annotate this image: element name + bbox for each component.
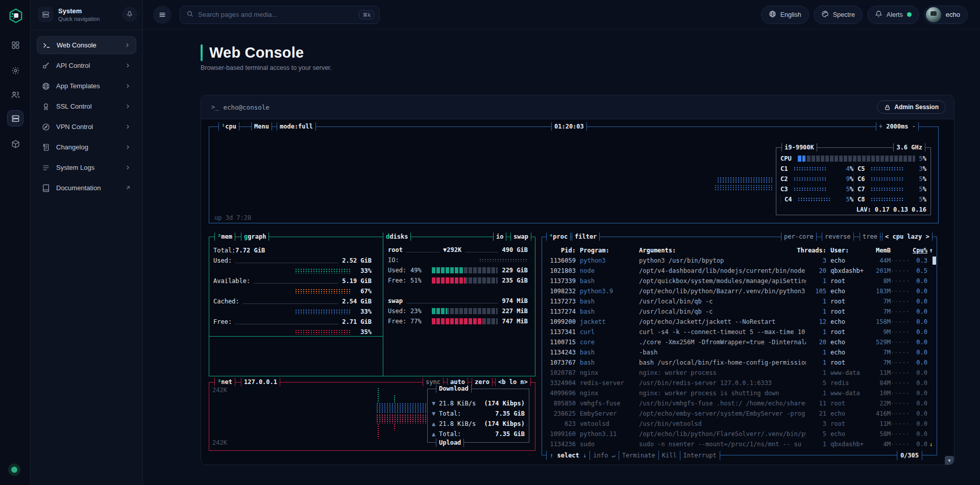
proc-column-headers: Pid: Program: Arguments: Threads: User: … — [546, 245, 935, 256]
certificate-icon — [42, 103, 51, 111]
proc-reverse-toggle[interactable]: reverse — [822, 233, 854, 241]
proc-percore-toggle[interactable]: per-core — [781, 233, 817, 241]
pin-sidebar-button[interactable] — [122, 7, 137, 22]
mem-row: Used: 2.52 GiB — [213, 256, 372, 266]
sidebar-item-api-control[interactable]: API Control — [37, 57, 136, 74]
net-interface-switch[interactable]: <b lo n> — [495, 378, 531, 386]
page-title: Web Console — [209, 44, 304, 61]
process-row[interactable]: 1099200 jackett /opt/echo/Jackett/jacket… — [546, 317, 935, 327]
sidebar-item-app-templates[interactable]: App Templates — [37, 77, 136, 95]
proc-interrupt-button[interactable]: Interrupt — [680, 451, 720, 460]
process-row[interactable]: 238625 EmbyServer /opt/echo/emby-server/… — [546, 409, 935, 419]
external-link-icon — [125, 185, 131, 191]
core-graph — [794, 177, 827, 181]
cpu-core-row: C8 5% — [853, 194, 926, 205]
user-menu[interactable]: echo — [924, 6, 968, 24]
process-row[interactable]: 1134243 bash -bash 1 echo 7M 0.0 — [546, 347, 935, 358]
mem-graph-toggle[interactable]: ggraph — [241, 233, 269, 241]
process-row[interactable]: 895850 vmhgfs-fuse /usr/bin/vmhgfs-fuse … — [546, 398, 935, 409]
sidebar-item-system-logs[interactable]: System Logs — [37, 159, 136, 176]
sidebar-item-documentation[interactable]: Documentation — [37, 179, 136, 197]
dashboard-icon[interactable] — [7, 37, 23, 53]
sidebar-title: System — [58, 7, 117, 15]
alerts-button[interactable]: Alerts — [867, 6, 919, 24]
proc-terminate-button[interactable]: Terminate — [619, 451, 659, 460]
disk-root-row: root ▼292K 490 GiB — [388, 245, 528, 255]
search-shortcut-badge: ⌘k — [359, 10, 374, 19]
settings-gear-icon[interactable] — [7, 62, 23, 79]
cpu-history-graph — [715, 185, 772, 190]
cpu-box-tag[interactable]: ¹cpu — [218, 122, 239, 131]
net-box-tag[interactable]: ³net — [214, 378, 235, 386]
proc-tree-toggle[interactable]: tree — [860, 233, 880, 241]
process-row[interactable]: 1137339 bash /opt/quickbox/system/module… — [546, 276, 935, 286]
chevron-right-icon — [125, 62, 131, 69]
btop-mem-box: ²mem ggraph ddisks io swap Total: — [209, 237, 535, 376]
search-icon — [186, 10, 193, 19]
process-row[interactable]: 1021803 node /opt/v4-dashboard/lib/nodej… — [546, 266, 935, 276]
title-accent-bar — [201, 44, 203, 61]
sidebar-item-label: Web Console — [57, 41, 118, 49]
btop-proc-box: ⁴proc filter per-core reverse tree < cpu… — [542, 237, 937, 455]
language-label: English — [780, 11, 801, 18]
cpu-menu-button[interactable]: Menu — [251, 122, 272, 131]
process-row[interactable]: 1137341 curl curl -s4 -k --connect-timeo… — [546, 327, 935, 337]
sidebar-item-label: System Logs — [56, 164, 119, 171]
terminal-scroll-down-button[interactable]: ▼ — [945, 456, 954, 465]
search-input[interactable]: Search pages and media... ⌘k — [180, 6, 380, 24]
proc-select-control[interactable]: ↑ select ↓ — [546, 451, 590, 460]
cpu-mode-button[interactable]: mode:full — [277, 122, 316, 131]
cpu-total-row: CPU 5% — [780, 154, 926, 164]
mem-box-tag[interactable]: ²mem — [214, 233, 235, 241]
net-zero-toggle[interactable]: zero — [472, 378, 493, 386]
core-graph — [871, 177, 904, 181]
disks-tag[interactable]: ddisks — [383, 233, 411, 241]
sidebar-item-web-console[interactable]: Web Console — [37, 36, 136, 54]
disks-swap-toggle[interactable]: swap — [510, 233, 531, 241]
menu-toggle-button[interactable] — [153, 6, 172, 24]
process-row[interactable]: 1134236 sudo sudo -n nsenter --mount=/pr… — [546, 439, 935, 449]
terminal-screen[interactable]: ¹cpu Menu mode:full 01:20:03 + 2000ms - … — [201, 119, 954, 465]
users-icon[interactable] — [7, 87, 23, 103]
process-row[interactable]: 1099160 python3.11 /opt/echo/lib/python/… — [546, 429, 935, 439]
brand-logo[interactable] — [8, 8, 23, 23]
core-graph — [871, 167, 904, 171]
mem-row: Free: 2.71 GiB — [213, 317, 372, 327]
process-row[interactable]: 623 vmtoolsd /usr/bin/vmtoolsd 3 root 11… — [546, 419, 935, 429]
disks-io-toggle[interactable]: io — [493, 233, 506, 241]
mem-row: Total: 7.72 GiB — [213, 245, 372, 256]
process-row[interactable]: 4099696 nginx nginx: worker process is s… — [546, 388, 935, 398]
sidebar-header: System Quick navigation — [31, 0, 142, 29]
theme-button[interactable]: Spectre — [814, 6, 863, 24]
proc-sort-selector[interactable]: < cpu lazy > — [882, 233, 933, 241]
net-scale-top: 242K — [212, 387, 227, 394]
packages-icon[interactable] — [7, 136, 23, 152]
net-interface[interactable]: 127.0.0.1 — [241, 378, 280, 386]
proc-kill-button[interactable]: Kill — [659, 451, 680, 460]
net-scale-bottom: 242K — [212, 439, 227, 446]
proc-filter-button[interactable]: filter — [572, 233, 600, 241]
cpu-interval-control[interactable]: + 2000ms - — [876, 122, 919, 131]
sidebar-item-ssl-control[interactable]: SSL Control — [37, 97, 136, 115]
disk-free-bar — [432, 277, 498, 284]
process-row[interactable]: 1020787 nginx nginx: worker process 1 ww… — [546, 368, 935, 378]
cpu-core-row: C2 9% — [780, 174, 853, 184]
sidebar-item-changelog[interactable]: Changelog — [37, 138, 136, 156]
disk-io-graph — [479, 259, 528, 262]
key-icon — [42, 62, 51, 70]
system-rail-icon-selected[interactable] — [7, 110, 23, 126]
process-row[interactable]: 1100715 core ./core -Xmx256M -DfromWrapp… — [546, 337, 935, 347]
sidebar-item-vpn-control[interactable]: VPN Control — [37, 118, 136, 136]
language-button[interactable]: English — [761, 6, 809, 24]
process-row[interactable]: 1137273 bash /usr/local/bin/qb -c 1 root… — [546, 296, 935, 307]
mem-bar-row: 33% — [213, 307, 372, 317]
cpu-summary-box: i9-9900K 3.6 GHz CPU 5% C1 — [776, 147, 931, 215]
process-row[interactable]: 3324904 redis-server /usr/bin/redis-serv… — [546, 378, 935, 388]
process-row[interactable]: 1098232 python3.9 /opt/echo/lib/python/B… — [546, 286, 935, 296]
process-row[interactable]: 1073767 bash bash /usr/local/bin/fix-hom… — [546, 358, 935, 368]
cpu-core-row: C3 5% — [780, 184, 853, 194]
process-row[interactable]: 1137274 bash /usr/local/bin/qb -c 1 root… — [546, 307, 935, 317]
proc-box-tag[interactable]: ⁴proc — [546, 233, 571, 241]
proc-info-button[interactable]: info ↵ — [590, 451, 619, 460]
process-row[interactable]: 1136059 python3 python3 /usr/bin/bpytop … — [546, 256, 935, 266]
